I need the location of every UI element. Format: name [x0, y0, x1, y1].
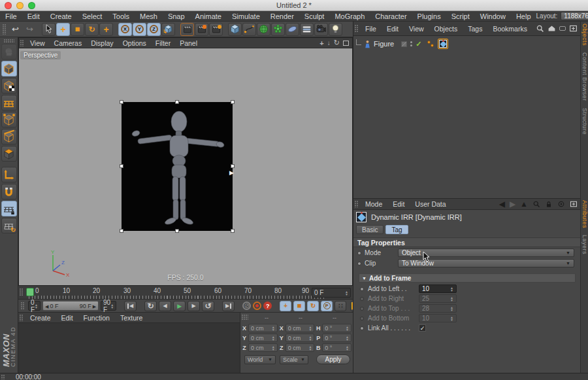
stepper-icon[interactable]: ▲▼ [35, 303, 38, 309]
apply-button[interactable]: Apply [316, 354, 350, 364]
key-scale-toggle[interactable]: ◼ [293, 301, 305, 311]
workplane-rotate-button[interactable]: ↻ [1, 218, 17, 233]
menu-window[interactable]: Window [475, 11, 511, 22]
add-cube-button[interactable] [228, 23, 242, 36]
render-to-picture-viewer-button[interactable] [195, 23, 208, 36]
attributes-grip[interactable] [355, 201, 359, 207]
coordinates-grip[interactable] [242, 315, 248, 320]
pan-view-icon[interactable]: + [319, 39, 323, 47]
irr-handle[interactable] [231, 164, 235, 168]
rot-p-field[interactable]: 0 °▲▼ [322, 334, 351, 342]
add-to-frame-header[interactable]: ▼ Add to Frame [359, 273, 576, 283]
add-to-left-field[interactable]: 10▲▼ [419, 285, 457, 293]
tab-content-browser[interactable]: Content Browser [581, 52, 588, 101]
attr-menu-mode[interactable]: Mode [360, 200, 387, 208]
home-icon[interactable] [547, 24, 556, 33]
objects-menu-file[interactable]: File [360, 25, 382, 33]
enable-axis-button[interactable] [1, 167, 17, 182]
key-parameter-toggle[interactable]: P [321, 301, 333, 311]
menu-file[interactable]: File [0, 11, 22, 22]
history-forward-icon[interactable]: ▶ [510, 200, 515, 208]
next-frame-button[interactable]: ▶ [188, 301, 200, 311]
rotate-tool[interactable]: ↻ [85, 23, 99, 36]
autokey-question-button[interactable]: ? [263, 302, 272, 310]
rotate-view-icon[interactable]: ↻ [334, 39, 340, 47]
objects-menu-view[interactable]: View [404, 25, 429, 33]
points-mode-button[interactable] [1, 112, 17, 128]
irr-handle[interactable] [120, 229, 123, 233]
object-label[interactable]: Figure [374, 40, 394, 48]
goto-start-button[interactable]: ◀ [124, 301, 137, 311]
target-icon[interactable] [557, 200, 565, 208]
interactive-render-region[interactable]: ▶ [122, 102, 233, 231]
lock-z-axis-button[interactable]: Z [147, 23, 161, 36]
lock-y-axis-button[interactable]: Y [133, 23, 146, 36]
material-grip[interactable] [20, 315, 24, 321]
size-x-field[interactable]: 0 cm▲▼ [286, 324, 315, 332]
coordinate-space-dropdown[interactable]: World▼ [244, 355, 276, 364]
end-frame-field[interactable]: 90 F ▲▼ [101, 301, 116, 311]
object-tree[interactable]: Figure ✓ [353, 36, 581, 198]
parent-object-icon[interactable]: ▲ [520, 200, 528, 208]
new-panel-icon[interactable] [569, 24, 578, 33]
viewport[interactable]: View Cameras Display Options Filter Pane… [18, 37, 353, 286]
undo-button[interactable]: ↩ [8, 23, 22, 36]
viewport-menu-panel[interactable]: Panel [175, 39, 202, 47]
menu-animate[interactable]: Animate [190, 11, 227, 22]
workplane-mode-button[interactable] [1, 95, 17, 111]
irr-handle[interactable] [175, 100, 179, 104]
previous-frame-button[interactable]: ◀ [159, 301, 171, 311]
objects-grip[interactable] [355, 25, 359, 33]
editor-visibility-toggle[interactable] [401, 41, 407, 47]
autokey-off-icon[interactable]: ⊘ [242, 302, 251, 310]
tab-objects[interactable]: Objects [581, 24, 588, 46]
material-list[interactable] [18, 323, 240, 373]
viewport-menu-options[interactable]: Options [118, 39, 151, 47]
menu-snap[interactable]: Snap [163, 11, 190, 22]
coordinate-dots-icon[interactable] [427, 40, 436, 48]
menu-tools[interactable]: Tools [107, 11, 135, 22]
material-menu-create[interactable]: Create [25, 314, 56, 322]
link-all-checkbox[interactable]: ✓ [419, 324, 426, 332]
redo-button[interactable]: ↪ [23, 23, 37, 36]
tab-layers[interactable]: Layers [581, 235, 588, 254]
edges-mode-button[interactable] [1, 129, 17, 145]
menu-mesh[interactable]: Mesh [135, 11, 163, 22]
camera-button[interactable] [314, 23, 328, 36]
timeline-playhead[interactable] [26, 288, 34, 296]
polygons-mode-button[interactable] [1, 146, 17, 162]
anim-dot[interactable] [357, 251, 361, 255]
frame-range-slider[interactable]: ◀ 0 F 90 F ▶ [42, 301, 99, 311]
rot-h-field[interactable]: 0 °▲▼ [322, 324, 351, 332]
key-pla-toggle[interactable]: ∷ [335, 301, 346, 311]
material-menu-edit[interactable]: Edit [56, 314, 78, 322]
viewport-menu-cameras[interactable]: Cameras [50, 39, 87, 47]
menu-edit[interactable]: Edit [22, 11, 45, 22]
sculpt-mode-button[interactable] [1, 44, 17, 60]
menu-mograph[interactable]: MoGraph [329, 11, 370, 22]
key-position-toggle[interactable]: + [280, 301, 291, 311]
menu-sculpt[interactable]: Sculpt [299, 11, 330, 22]
irr-handle[interactable] [231, 229, 235, 233]
enabled-check-icon[interactable]: ✓ [416, 40, 421, 48]
search-icon[interactable] [536, 24, 544, 33]
irr-handle[interactable] [231, 100, 235, 104]
size-z-field[interactable]: 0 cm▲▼ [286, 343, 315, 352]
snap-button[interactable] [1, 184, 17, 199]
menu-render[interactable]: Render [265, 11, 299, 22]
spline-pen-button[interactable] [242, 23, 256, 36]
live-selection-tool[interactable] [42, 23, 56, 36]
stepper-icon[interactable]: ▲▼ [345, 290, 348, 296]
layout-dropdown[interactable]: 1188x766 (User) ▼ [561, 12, 588, 20]
visibility-dots[interactable] [410, 41, 412, 46]
loop-button[interactable]: ↻ [144, 301, 157, 311]
timeline-ruler[interactable]: 0 10 20 30 40 50 60 70 80 90 0 F ▲▼ [18, 286, 353, 300]
viewport-menu-filter[interactable]: Filter [151, 39, 175, 47]
viewport-grip[interactable] [20, 40, 24, 46]
camera-label[interactable]: Perspective [20, 51, 61, 60]
anim-dot[interactable] [357, 262, 361, 266]
pos-x-field[interactable]: 0 cm▲▼ [248, 324, 278, 332]
model-mode-button[interactable] [1, 61, 17, 77]
objects-menu-tags[interactable]: Tags [463, 25, 487, 33]
irr-handle[interactable] [175, 229, 179, 233]
